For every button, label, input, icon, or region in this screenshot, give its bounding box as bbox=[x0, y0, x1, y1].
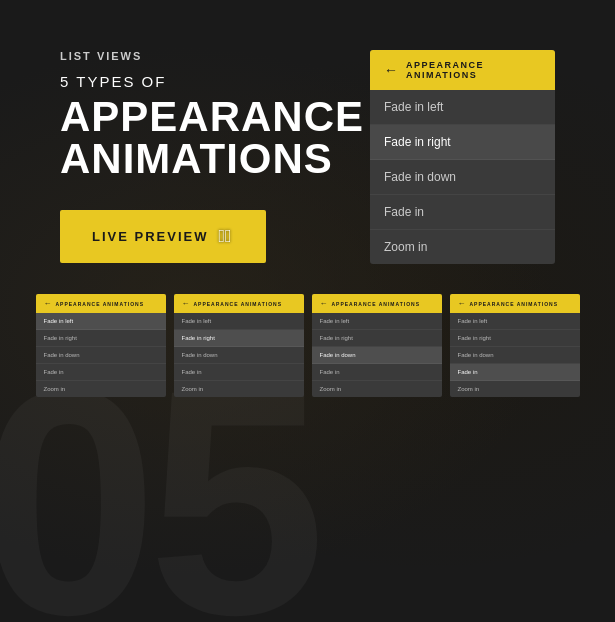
small-card-2: ← APPEARANCE ANIMATIONS Fade in left Fad… bbox=[174, 294, 304, 397]
small-card-3-header: ← APPEARANCE ANIMATIONS bbox=[312, 294, 442, 313]
left-panel: LIST VIEWS 5 TYPES OF APPEARANCEANIMATIO… bbox=[60, 50, 340, 263]
small-card-4-item-3[interactable]: Fade in down bbox=[450, 347, 580, 364]
small-card-4-back-icon[interactable]: ← bbox=[458, 299, 466, 308]
small-cards-row: ← APPEARANCE ANIMATIONS Fade in left Fad… bbox=[0, 294, 615, 427]
small-card-1-item-1[interactable]: Fade in left bbox=[36, 313, 166, 330]
small-card-4-header: ← APPEARANCE ANIMATIONS bbox=[450, 294, 580, 313]
small-card-3-title: APPEARANCE ANIMATIONS bbox=[332, 301, 421, 307]
small-card-4-item-5[interactable]: Zoom in bbox=[450, 381, 580, 397]
subtitle: 5 TYPES OF bbox=[60, 72, 340, 92]
small-card-2-item-3[interactable]: Fade in down bbox=[174, 347, 304, 364]
button-label: LIVE PREVIEW bbox=[92, 229, 208, 244]
main-title: APPEARANCEANIMATIONS bbox=[60, 96, 340, 180]
small-card-3-item-4[interactable]: Fade in bbox=[312, 364, 442, 381]
small-card-3-item-3[interactable]: Fade in down bbox=[312, 347, 442, 364]
small-card-2-item-4[interactable]: Fade in bbox=[174, 364, 304, 381]
small-card-4-title: APPEARANCE ANIMATIONS bbox=[470, 301, 559, 307]
small-card-2-back-icon[interactable]: ← bbox=[182, 299, 190, 308]
category-label: LIST VIEWS bbox=[60, 50, 340, 62]
menu-item-fade-in-down[interactable]: Fade in down bbox=[370, 160, 555, 195]
small-card-3-back-icon[interactable]: ← bbox=[320, 299, 328, 308]
menu-header: ← APPEARANCE ANIMATIONS bbox=[370, 50, 555, 90]
menu-item-zoom-in[interactable]: Zoom in bbox=[370, 230, 555, 264]
small-card-3-item-2[interactable]: Fade in right bbox=[312, 330, 442, 347]
small-card-3: ← APPEARANCE ANIMATIONS Fade in left Fad… bbox=[312, 294, 442, 397]
small-card-1-item-2[interactable]: Fade in right bbox=[36, 330, 166, 347]
small-card-1-title: APPEARANCE ANIMATIONS bbox=[56, 301, 145, 307]
small-card-2-header: ← APPEARANCE ANIMATIONS bbox=[174, 294, 304, 313]
small-card-3-item-1[interactable]: Fade in left bbox=[312, 313, 442, 330]
small-card-3-item-5[interactable]: Zoom in bbox=[312, 381, 442, 397]
menu-item-fade-in[interactable]: Fade in bbox=[370, 195, 555, 230]
small-card-4: ← APPEARANCE ANIMATIONS Fade in left Fad… bbox=[450, 294, 580, 397]
small-card-2-item-2[interactable]: Fade in right bbox=[174, 330, 304, 347]
main-menu-panel: ← APPEARANCE ANIMATIONS Fade in left Fad… bbox=[370, 50, 555, 264]
live-preview-button[interactable]: LIVE PREVIEW ▶⃞ bbox=[60, 210, 266, 263]
small-card-2-item-1[interactable]: Fade in left bbox=[174, 313, 304, 330]
small-card-1-item-3[interactable]: Fade in down bbox=[36, 347, 166, 364]
small-card-4-item-2[interactable]: Fade in right bbox=[450, 330, 580, 347]
back-arrow-icon[interactable]: ← bbox=[384, 62, 398, 78]
small-card-1-header: ← APPEARANCE ANIMATIONS bbox=[36, 294, 166, 313]
menu-header-title: APPEARANCE ANIMATIONS bbox=[406, 60, 541, 80]
menu-card: ← APPEARANCE ANIMATIONS Fade in left Fad… bbox=[370, 50, 555, 264]
small-card-2-title: APPEARANCE ANIMATIONS bbox=[194, 301, 283, 307]
small-card-1: ← APPEARANCE ANIMATIONS Fade in left Fad… bbox=[36, 294, 166, 397]
small-card-1-item-4[interactable]: Fade in bbox=[36, 364, 166, 381]
small-card-2-item-5[interactable]: Zoom in bbox=[174, 381, 304, 397]
menu-item-fade-in-left[interactable]: Fade in left bbox=[370, 90, 555, 125]
small-card-1-back-icon[interactable]: ← bbox=[44, 299, 52, 308]
cursor-icon: ▶⃞ bbox=[218, 226, 233, 247]
small-card-4-item-1[interactable]: Fade in left bbox=[450, 313, 580, 330]
menu-item-fade-in-right[interactable]: Fade in right bbox=[370, 125, 555, 160]
small-card-1-item-5[interactable]: Zoom in bbox=[36, 381, 166, 397]
small-card-4-item-4[interactable]: Fade in bbox=[450, 364, 580, 381]
